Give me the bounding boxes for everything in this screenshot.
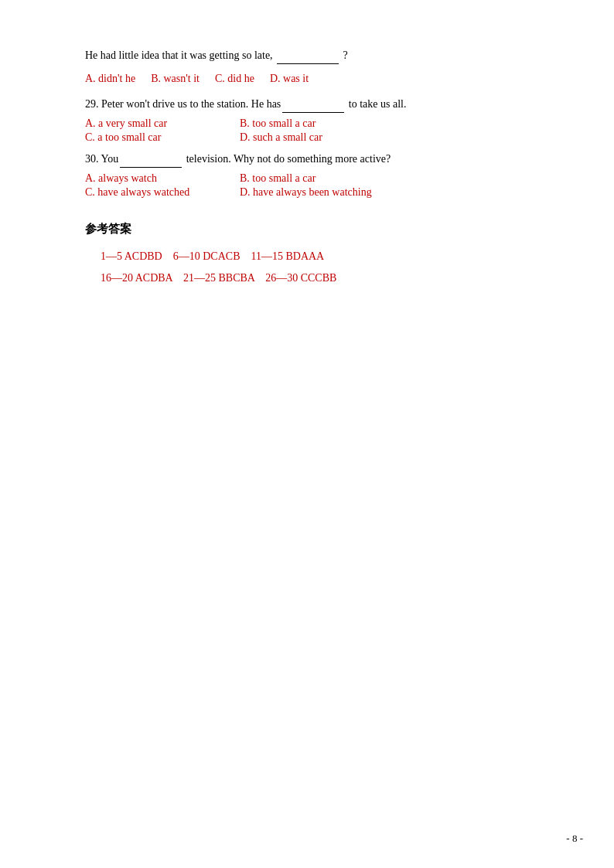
question-30-options: A. always watch B. too small a car C. ha… [85,172,552,199]
option-29-b: B. too small a car [240,117,552,130]
question-29-block: 29. Peter won't drive us to the station.… [85,95,552,144]
question-28-block: He had little idea that it was getting s… [85,46,552,89]
question-30-text: 30. You television. Why not do something… [85,150,552,168]
page: He had little idea that it was getting s… [0,0,614,868]
option-30-d: D. have always been watching [240,186,552,199]
option-30-b: B. too small a car [240,172,552,185]
question-28-options: A. didn't he B. wasn't it C. did he D. w… [85,69,552,88]
option-28-d: D. was it [270,69,309,88]
option-28-a: A. didn't he [85,69,135,88]
answer-section: 参考答案 1—5 ACDBD 6—10 DCACB 11—15 BDAAA 16… [85,222,552,289]
question-30-block: 30. You television. Why not do something… [85,150,552,199]
question-28-text: He had little idea that it was getting s… [85,46,552,64]
option-29-c: C. a too small car [85,131,240,144]
option-28-b: B. wasn't it [151,69,200,88]
answer-title: 参考答案 [85,222,552,237]
page-number: - 8 - [566,832,583,845]
blank-30 [120,150,182,168]
answer-row-1: 1—5 ACDBD 6—10 DCACB 11—15 BDAAA [101,246,552,267]
answer-row-2: 16—20 ACDBA 21—25 BBCBA 26—30 CCCBB [101,267,552,289]
blank-28 [277,46,339,64]
option-30-c: C. have always watched [85,186,240,199]
option-30-a: A. always watch [85,172,240,185]
question-29-text: 29. Peter won't drive us to the station.… [85,95,552,113]
question-29-options: A. a very small car B. too small a car C… [85,117,552,144]
option-28-c: C. did he [215,69,254,88]
blank-29 [282,95,344,113]
option-29-a: A. a very small car [85,117,240,130]
option-29-d: D. such a small car [240,131,552,144]
